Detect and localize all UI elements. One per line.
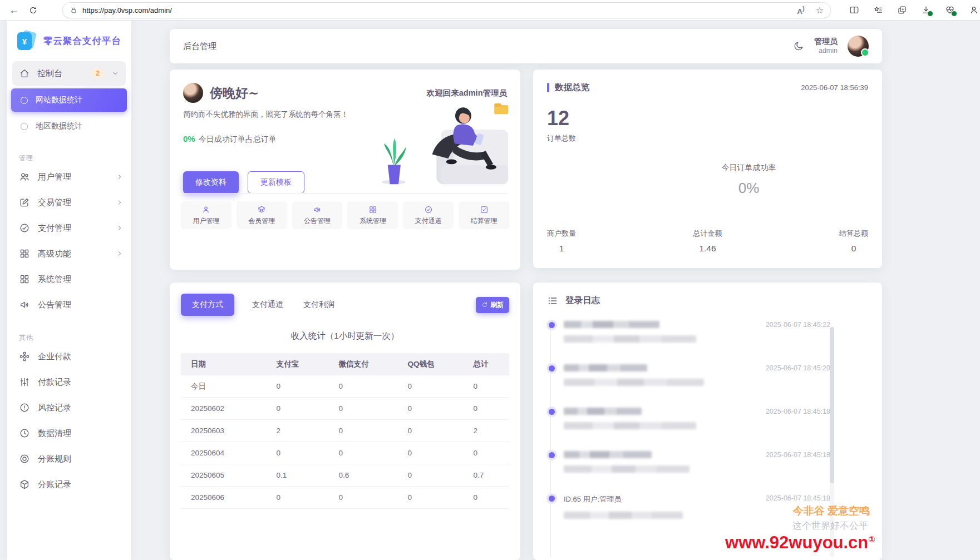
person-icon (201, 205, 210, 214)
redacted-line (564, 465, 690, 473)
sidebar-item[interactable]: 交易管理 (7, 190, 131, 215)
clock-icon (19, 428, 30, 439)
url-text[interactable]: https://pay.0vsp.com/admin/ (82, 6, 797, 14)
log-entry-time: 2025-06-07 18:45:22 (766, 321, 830, 329)
table-cell: 0 (463, 375, 509, 398)
sidebar-item[interactable]: 风控记录 (7, 395, 131, 420)
log-entry: 2025-06-07 18:45:20 (548, 364, 868, 394)
sidebar-subitem-label: 地区数据统计 (36, 121, 82, 131)
table-cell: 20250605 (181, 464, 266, 487)
overview-timestamp: 2025-06-07 18:56:39 (801, 83, 868, 92)
table-cell: 0.7 (463, 464, 509, 487)
nodes-icon (19, 351, 30, 362)
sidebar-item-console[interactable]: 控制台 2 (12, 61, 126, 86)
watermark-line3: www.92wuyou.cn① (725, 533, 875, 553)
redacted-line (564, 451, 652, 458)
sidebar-item-label: 支付管理 (38, 223, 71, 234)
downloads-icon[interactable] (921, 5, 931, 15)
table-cell: 0 (463, 442, 509, 464)
sidebar-item[interactable]: 支付管理 (7, 215, 131, 241)
table-cell: 20250606 (181, 487, 266, 509)
home-icon (19, 68, 30, 79)
grid-icon (19, 274, 30, 285)
table-row[interactable]: 202506040000 (181, 442, 509, 464)
sidebar-item[interactable]: 公告管理 (7, 292, 131, 318)
table-header-cell: QQ钱包 (397, 353, 463, 375)
refresh-icon (481, 301, 488, 308)
brand-title: 零云聚合支付平台 (43, 35, 121, 47)
overview-stat: 结算总额0 (839, 229, 868, 254)
log-scrollbar-thumb[interactable] (830, 327, 834, 483)
sidebar-subitem[interactable]: 网站数据统计 (11, 88, 127, 112)
table-row[interactable]: 今日0000 (181, 375, 509, 398)
chevron-right-icon (116, 224, 124, 232)
sidebar-item-label: 用户管理 (38, 172, 71, 182)
split-screen-icon[interactable] (849, 5, 859, 15)
chevron-right-icon (116, 173, 124, 181)
browser-essentials-icon[interactable] (945, 5, 955, 15)
back-icon[interactable]: ← (4, 2, 23, 18)
sliders-icon (19, 376, 30, 388)
login-log-card: 登录日志 2025-06-07 18:45:222025-06-07 18:45… (533, 283, 882, 560)
tab-active[interactable]: 支付方式 (181, 294, 234, 316)
sidebar-item[interactable]: 数据清理 (7, 420, 131, 446)
shortcut-card[interactable]: 会员管理 (237, 201, 287, 229)
table-cell: 0 (463, 487, 509, 509)
tab-item[interactable]: 支付通道 (250, 294, 285, 315)
shortcut-card[interactable]: 结算管理 (459, 201, 509, 229)
collections-icon[interactable] (897, 5, 907, 15)
tab-item[interactable]: 支付利润 (301, 294, 337, 315)
sidebar-item[interactable]: 企业付款 (7, 344, 131, 369)
table-cell: 0 (328, 442, 397, 464)
table-cell: 0 (266, 398, 328, 420)
downloads-done-badge (927, 11, 933, 17)
timeline-dot-icon (549, 409, 555, 415)
table-row[interactable]: 202506032002 (181, 420, 509, 442)
orders-total-label: 订单总数 (547, 133, 868, 143)
sidebar-item[interactable]: 用户管理 (7, 164, 131, 190)
redacted-line (564, 408, 642, 415)
read-aloud-icon[interactable]: A) (797, 5, 805, 16)
avatar[interactable] (848, 36, 869, 57)
edit-profile-button[interactable]: 修改资料 (183, 171, 239, 194)
sidebar-item[interactable]: 分账记录 (7, 472, 131, 497)
shortcut-card[interactable]: 支付通道 (403, 201, 454, 229)
layers-icon (257, 205, 266, 214)
user-menu[interactable]: 管理员 admin (814, 37, 838, 55)
brand[interactable]: ¥ 零云聚合支付平台 (7, 20, 131, 54)
users-icon (19, 171, 30, 182)
dark-mode-toggle-icon[interactable] (793, 41, 804, 52)
welcome-card: 傍晚好~ 欢迎回来admin管理员 简约而不失优雅的界面，照亮了系统的每个角落！… (170, 70, 520, 270)
favorites-list-icon[interactable] (873, 5, 883, 15)
shortcut-card[interactable]: 系统管理 (347, 201, 398, 229)
address-bar[interactable]: https://pay.0vsp.com/admin/ A) ☆ (62, 2, 831, 18)
users-icon (19, 171, 30, 182)
update-template-button[interactable]: 更新模板 (248, 171, 304, 194)
alert-icon (19, 402, 30, 413)
shortcut-label: 支付通道 (415, 216, 442, 226)
radio-ring-icon (21, 97, 28, 104)
sidebar-item-label: 风控记录 (38, 403, 71, 413)
favorite-star-icon[interactable]: ☆ (816, 5, 824, 16)
chevron-right-icon (116, 250, 124, 257)
table-cell: 0 (266, 442, 328, 464)
login-log-title: 登录日志 (565, 295, 600, 306)
refresh-button[interactable]: 刷新 (476, 297, 509, 313)
table-row[interactable]: 202506050.10.600.7 (181, 464, 509, 487)
sidebar-item[interactable]: 系统管理 (7, 266, 131, 292)
layers-icon (257, 205, 266, 214)
check-circle-icon (424, 205, 433, 214)
shortcut-card[interactable]: 公告管理 (292, 201, 343, 229)
income-table-title: 收入统计（1小时更新一次） (181, 330, 509, 342)
screen: ← https://pay.0vsp.com/admin/ A) ☆ (0, 0, 980, 560)
table-row[interactable]: 202506020000 (181, 398, 509, 420)
table-row[interactable]: 202506060000 (181, 487, 509, 509)
title-accent-bar (547, 83, 549, 92)
shortcut-card[interactable]: 用户管理 (181, 201, 232, 229)
sidebar-item[interactable]: 分账规则 (7, 446, 131, 472)
sidebar-subitem[interactable]: 地区数据统计 (11, 115, 127, 138)
profile-icon[interactable] (969, 5, 979, 15)
sidebar-item[interactable]: 高级功能 (7, 241, 131, 266)
sidebar-item[interactable]: 付款记录 (7, 369, 131, 395)
refresh-icon[interactable] (23, 2, 42, 18)
